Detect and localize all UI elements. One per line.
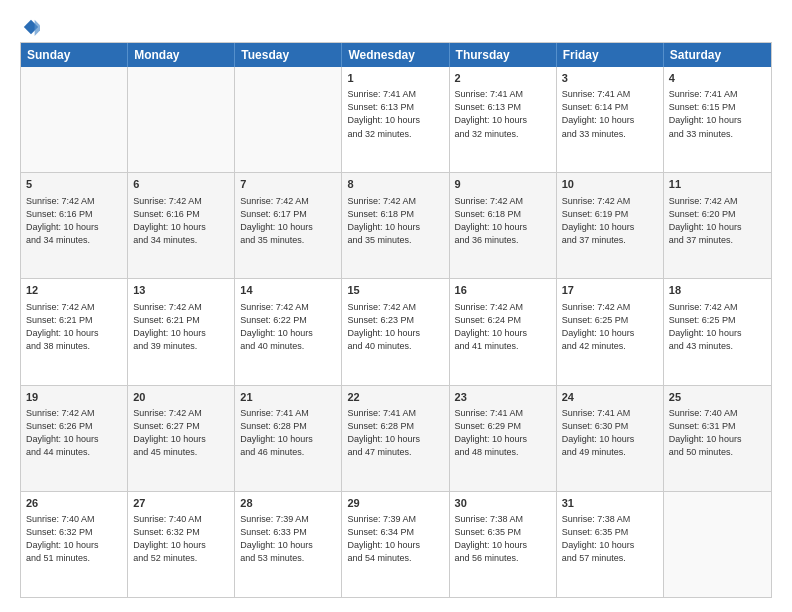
day-info: Sunrise: 7:40 AM Sunset: 6:31 PM Dayligh…: [669, 407, 766, 459]
day-info: Sunrise: 7:42 AM Sunset: 6:16 PM Dayligh…: [133, 195, 229, 247]
day-number: 11: [669, 177, 766, 192]
logo-icon: [22, 18, 40, 36]
day-number: 15: [347, 283, 443, 298]
day-info: Sunrise: 7:40 AM Sunset: 6:32 PM Dayligh…: [26, 513, 122, 565]
calendar-cell: 15Sunrise: 7:42 AM Sunset: 6:23 PM Dayli…: [342, 279, 449, 384]
day-number: 16: [455, 283, 551, 298]
header-cell-sunday: Sunday: [21, 43, 128, 67]
calendar-cell: 2Sunrise: 7:41 AM Sunset: 6:13 PM Daylig…: [450, 67, 557, 172]
calendar-cell: 10Sunrise: 7:42 AM Sunset: 6:19 PM Dayli…: [557, 173, 664, 278]
day-info: Sunrise: 7:41 AM Sunset: 6:28 PM Dayligh…: [240, 407, 336, 459]
day-number: 8: [347, 177, 443, 192]
day-info: Sunrise: 7:41 AM Sunset: 6:14 PM Dayligh…: [562, 88, 658, 140]
day-info: Sunrise: 7:42 AM Sunset: 6:25 PM Dayligh…: [562, 301, 658, 353]
day-number: 30: [455, 496, 551, 511]
day-number: 3: [562, 71, 658, 86]
day-number: 14: [240, 283, 336, 298]
day-info: Sunrise: 7:42 AM Sunset: 6:18 PM Dayligh…: [347, 195, 443, 247]
day-number: 2: [455, 71, 551, 86]
day-number: 20: [133, 390, 229, 405]
header-cell-monday: Monday: [128, 43, 235, 67]
day-info: Sunrise: 7:42 AM Sunset: 6:20 PM Dayligh…: [669, 195, 766, 247]
calendar-cell: 1Sunrise: 7:41 AM Sunset: 6:13 PM Daylig…: [342, 67, 449, 172]
header: [20, 18, 772, 32]
calendar-cell: 23Sunrise: 7:41 AM Sunset: 6:29 PM Dayli…: [450, 386, 557, 491]
calendar: SundayMondayTuesdayWednesdayThursdayFrid…: [20, 42, 772, 598]
day-number: 24: [562, 390, 658, 405]
day-number: 22: [347, 390, 443, 405]
day-info: Sunrise: 7:41 AM Sunset: 6:30 PM Dayligh…: [562, 407, 658, 459]
calendar-cell: 30Sunrise: 7:38 AM Sunset: 6:35 PM Dayli…: [450, 492, 557, 597]
calendar-cell: 11Sunrise: 7:42 AM Sunset: 6:20 PM Dayli…: [664, 173, 771, 278]
calendar-cell: [235, 67, 342, 172]
calendar-cell: 28Sunrise: 7:39 AM Sunset: 6:33 PM Dayli…: [235, 492, 342, 597]
day-info: Sunrise: 7:38 AM Sunset: 6:35 PM Dayligh…: [455, 513, 551, 565]
calendar-row: 5Sunrise: 7:42 AM Sunset: 6:16 PM Daylig…: [21, 172, 771, 278]
svg-marker-1: [35, 20, 40, 36]
day-number: 1: [347, 71, 443, 86]
day-number: 4: [669, 71, 766, 86]
day-number: 31: [562, 496, 658, 511]
calendar-cell: 8Sunrise: 7:42 AM Sunset: 6:18 PM Daylig…: [342, 173, 449, 278]
header-cell-saturday: Saturday: [664, 43, 771, 67]
day-info: Sunrise: 7:42 AM Sunset: 6:19 PM Dayligh…: [562, 195, 658, 247]
day-info: Sunrise: 7:41 AM Sunset: 6:29 PM Dayligh…: [455, 407, 551, 459]
day-info: Sunrise: 7:41 AM Sunset: 6:15 PM Dayligh…: [669, 88, 766, 140]
day-info: Sunrise: 7:39 AM Sunset: 6:34 PM Dayligh…: [347, 513, 443, 565]
calendar-cell: [128, 67, 235, 172]
calendar-cell: 27Sunrise: 7:40 AM Sunset: 6:32 PM Dayli…: [128, 492, 235, 597]
calendar-body: 1Sunrise: 7:41 AM Sunset: 6:13 PM Daylig…: [21, 67, 771, 597]
day-number: 13: [133, 283, 229, 298]
calendar-cell: 4Sunrise: 7:41 AM Sunset: 6:15 PM Daylig…: [664, 67, 771, 172]
calendar-row: 19Sunrise: 7:42 AM Sunset: 6:26 PM Dayli…: [21, 385, 771, 491]
day-info: Sunrise: 7:39 AM Sunset: 6:33 PM Dayligh…: [240, 513, 336, 565]
day-number: 10: [562, 177, 658, 192]
day-info: Sunrise: 7:42 AM Sunset: 6:23 PM Dayligh…: [347, 301, 443, 353]
calendar-cell: [664, 492, 771, 597]
calendar-cell: 22Sunrise: 7:41 AM Sunset: 6:28 PM Dayli…: [342, 386, 449, 491]
day-info: Sunrise: 7:41 AM Sunset: 6:13 PM Dayligh…: [455, 88, 551, 140]
calendar-cell: 5Sunrise: 7:42 AM Sunset: 6:16 PM Daylig…: [21, 173, 128, 278]
day-number: 29: [347, 496, 443, 511]
calendar-cell: 7Sunrise: 7:42 AM Sunset: 6:17 PM Daylig…: [235, 173, 342, 278]
day-number: 21: [240, 390, 336, 405]
calendar-cell: 12Sunrise: 7:42 AM Sunset: 6:21 PM Dayli…: [21, 279, 128, 384]
calendar-cell: 26Sunrise: 7:40 AM Sunset: 6:32 PM Dayli…: [21, 492, 128, 597]
calendar-cell: 20Sunrise: 7:42 AM Sunset: 6:27 PM Dayli…: [128, 386, 235, 491]
calendar-cell: 17Sunrise: 7:42 AM Sunset: 6:25 PM Dayli…: [557, 279, 664, 384]
day-info: Sunrise: 7:42 AM Sunset: 6:27 PM Dayligh…: [133, 407, 229, 459]
calendar-row: 12Sunrise: 7:42 AM Sunset: 6:21 PM Dayli…: [21, 278, 771, 384]
day-number: 27: [133, 496, 229, 511]
header-cell-thursday: Thursday: [450, 43, 557, 67]
calendar-row: 26Sunrise: 7:40 AM Sunset: 6:32 PM Dayli…: [21, 491, 771, 597]
page: SundayMondayTuesdayWednesdayThursdayFrid…: [0, 0, 792, 612]
day-info: Sunrise: 7:42 AM Sunset: 6:18 PM Dayligh…: [455, 195, 551, 247]
calendar-cell: 16Sunrise: 7:42 AM Sunset: 6:24 PM Dayli…: [450, 279, 557, 384]
day-info: Sunrise: 7:41 AM Sunset: 6:28 PM Dayligh…: [347, 407, 443, 459]
header-cell-wednesday: Wednesday: [342, 43, 449, 67]
calendar-row: 1Sunrise: 7:41 AM Sunset: 6:13 PM Daylig…: [21, 67, 771, 172]
calendar-cell: 6Sunrise: 7:42 AM Sunset: 6:16 PM Daylig…: [128, 173, 235, 278]
day-info: Sunrise: 7:42 AM Sunset: 6:22 PM Dayligh…: [240, 301, 336, 353]
calendar-cell: 19Sunrise: 7:42 AM Sunset: 6:26 PM Dayli…: [21, 386, 128, 491]
calendar-cell: 9Sunrise: 7:42 AM Sunset: 6:18 PM Daylig…: [450, 173, 557, 278]
day-number: 18: [669, 283, 766, 298]
calendar-cell: 18Sunrise: 7:42 AM Sunset: 6:25 PM Dayli…: [664, 279, 771, 384]
calendar-cell: 21Sunrise: 7:41 AM Sunset: 6:28 PM Dayli…: [235, 386, 342, 491]
day-info: Sunrise: 7:42 AM Sunset: 6:17 PM Dayligh…: [240, 195, 336, 247]
day-number: 25: [669, 390, 766, 405]
calendar-header: SundayMondayTuesdayWednesdayThursdayFrid…: [21, 43, 771, 67]
calendar-cell: 25Sunrise: 7:40 AM Sunset: 6:31 PM Dayli…: [664, 386, 771, 491]
calendar-cell: 31Sunrise: 7:38 AM Sunset: 6:35 PM Dayli…: [557, 492, 664, 597]
day-number: 26: [26, 496, 122, 511]
calendar-cell: 24Sunrise: 7:41 AM Sunset: 6:30 PM Dayli…: [557, 386, 664, 491]
day-info: Sunrise: 7:41 AM Sunset: 6:13 PM Dayligh…: [347, 88, 443, 140]
day-number: 5: [26, 177, 122, 192]
day-number: 28: [240, 496, 336, 511]
header-cell-friday: Friday: [557, 43, 664, 67]
day-number: 19: [26, 390, 122, 405]
calendar-cell: 14Sunrise: 7:42 AM Sunset: 6:22 PM Dayli…: [235, 279, 342, 384]
header-cell-tuesday: Tuesday: [235, 43, 342, 67]
day-number: 17: [562, 283, 658, 298]
day-info: Sunrise: 7:42 AM Sunset: 6:25 PM Dayligh…: [669, 301, 766, 353]
